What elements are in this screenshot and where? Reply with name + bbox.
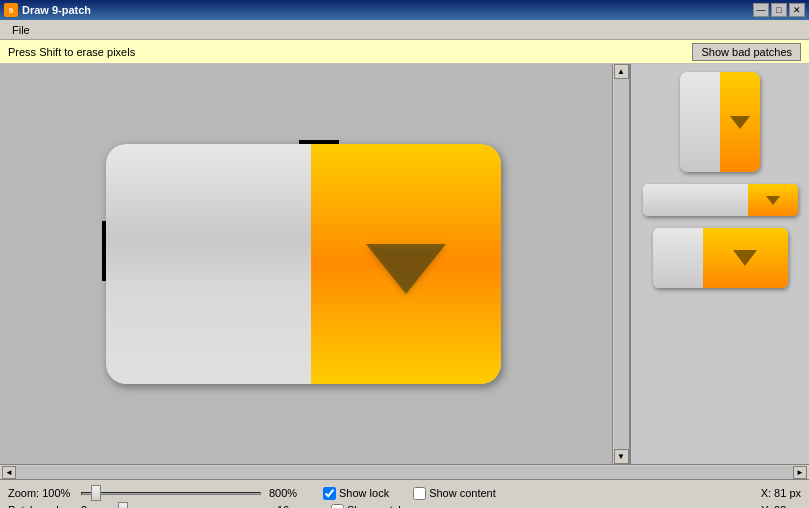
statusbar: Zoom: 100% 800% Show lock Show content X… xyxy=(0,479,809,508)
show-patches-group: Show patches xyxy=(331,504,416,509)
tick-left xyxy=(102,221,106,281)
preview-item-2 xyxy=(639,184,801,216)
hint-text: Press Shift to erase pixels xyxy=(8,46,135,58)
menubar: File xyxy=(0,20,809,40)
show-lock-label: Show lock xyxy=(339,487,389,499)
button-left-half xyxy=(106,144,311,384)
preview-2-left xyxy=(643,184,748,216)
preview-2-widget xyxy=(643,184,798,216)
show-patches-checkbox[interactable] xyxy=(331,504,344,509)
preview-3-left xyxy=(653,228,703,288)
titlebar: 9 Draw 9-patch — □ ✕ xyxy=(0,0,809,20)
zoom-label: Zoom: 100% xyxy=(8,487,73,499)
dropdown-arrow-icon xyxy=(366,244,446,294)
preview-1-arrow-icon xyxy=(730,116,750,129)
titlebar-controls: — □ ✕ xyxy=(753,3,805,17)
button-right-half xyxy=(311,144,501,384)
coords-x: X: 81 px xyxy=(761,487,801,499)
scroll-track-h xyxy=(16,466,793,479)
patch-scale-max-label: 16x xyxy=(277,504,307,508)
coords-y: Y: 22 px xyxy=(761,504,801,508)
patch-scale-row: Patch scale: 2x 16x Show patches Y: 22 p… xyxy=(8,503,801,508)
zoom-thumb[interactable] xyxy=(91,485,101,501)
menu-file[interactable]: File xyxy=(4,22,38,38)
patch-container xyxy=(96,134,516,394)
window-title: Draw 9-patch xyxy=(22,4,91,16)
show-content-checkbox[interactable] xyxy=(413,487,426,500)
horizontal-scrollbar[interactable]: ◄ ► xyxy=(0,464,809,479)
show-bad-patches-button[interactable]: Show bad patches xyxy=(692,43,801,61)
button-graphic xyxy=(106,144,501,384)
show-content-group: Show content xyxy=(413,487,496,500)
preview-item-3 xyxy=(639,228,801,288)
scroll-right-button[interactable]: ► xyxy=(793,466,807,479)
patch-scale-slider[interactable] xyxy=(109,503,269,508)
main-area: ▲ ▼ xyxy=(0,64,809,464)
preview-1-widget xyxy=(680,72,760,172)
show-patches-label: Show patches xyxy=(347,504,416,508)
zoom-row: Zoom: 100% 800% Show lock Show content X… xyxy=(8,486,801,500)
patch-image-area xyxy=(96,134,516,394)
minimize-button[interactable]: — xyxy=(753,3,769,17)
preview-2-arrow-icon xyxy=(766,196,780,205)
canvas-area[interactable] xyxy=(0,64,612,464)
zoom-max-label: 800% xyxy=(269,487,299,499)
preview-1-left xyxy=(680,72,720,172)
patch-scale-min-label: 2x xyxy=(81,504,101,508)
scroll-down-button[interactable]: ▼ xyxy=(614,449,629,464)
scroll-left-button[interactable]: ◄ xyxy=(2,466,16,479)
close-button[interactable]: ✕ xyxy=(789,3,805,17)
zoom-track xyxy=(81,492,261,495)
patch-scale-label: Patch scale: xyxy=(8,504,73,508)
preview-item-1 xyxy=(639,72,801,172)
maximize-button[interactable]: □ xyxy=(771,3,787,17)
scroll-up-button[interactable]: ▲ xyxy=(614,64,629,79)
vertical-scrollbar[interactable]: ▲ ▼ xyxy=(612,64,629,464)
preview-2-right xyxy=(748,184,798,216)
show-lock-group: Show lock xyxy=(323,487,389,500)
preview-3-widget xyxy=(653,228,788,288)
preview-1-right xyxy=(720,72,760,172)
app-icon: 9 xyxy=(4,3,18,17)
zoom-slider[interactable] xyxy=(81,486,261,500)
patch-scale-thumb[interactable] xyxy=(118,502,128,508)
preview-3-arrow-icon xyxy=(733,250,757,266)
titlebar-left: 9 Draw 9-patch xyxy=(4,3,91,17)
show-lock-checkbox[interactable] xyxy=(323,487,336,500)
scroll-track-v xyxy=(614,79,629,449)
tick-top xyxy=(299,140,339,144)
show-content-label: Show content xyxy=(429,487,496,499)
preview-panel xyxy=(629,64,809,464)
infobar: Press Shift to erase pixels Show bad pat… xyxy=(0,40,809,64)
preview-3-right xyxy=(703,228,788,288)
